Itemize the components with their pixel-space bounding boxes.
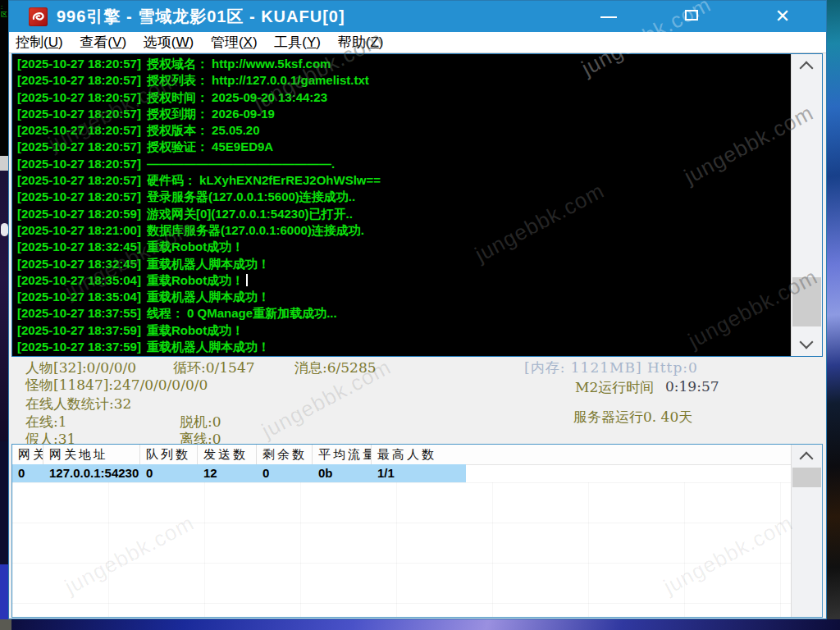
minimize-button[interactable]	[595, 1, 623, 32]
online-count: 在线:1	[25, 413, 67, 431]
menu-item[interactable]: 选项W	[144, 32, 194, 52]
offline-hang-count: 脱机:0	[180, 413, 221, 431]
menu-bar: 控制U 查看V 选项W 管理X 工具Y 帮助Z	[9, 32, 826, 53]
log-scrollbar-thumb[interactable]	[792, 277, 821, 326]
desktop-bottom-edge	[0, 619, 840, 630]
table-cell: 12	[198, 464, 257, 482]
table-cell: 0	[140, 464, 198, 482]
menu-item[interactable]: 帮助Z	[338, 32, 384, 52]
log-line: [2025-10-27 18:37:59]重载Robot成功！	[17, 322, 792, 339]
table-cell: 127.0.0.1:54230	[43, 464, 140, 482]
log-line: [2025-10-27 18:35:04]重载机器人脚本成功！	[17, 289, 792, 305]
log-scrollbar[interactable]	[791, 54, 822, 356]
log-line: [2025-10-27 18:20:57]登录服务器(127.0.0.1:560…	[17, 189, 792, 205]
log-line: [2025-10-27 18:20:57]———————————————.	[17, 156, 792, 172]
desktop-left-edge: :区	[0, 0, 8, 619]
table-cell: 0	[257, 464, 313, 482]
server-console-window: 996引擎 - 雪域龙影01区 - KUAFU[0] ✕ 控制U 查看V 选项W…	[8, 0, 827, 619]
m2-runtime-label: M2运行时间	[575, 378, 654, 397]
log-console-panel: [2025-10-27 18:20:57]授权域名： http://www.5k…	[11, 53, 823, 357]
table-scrollbar[interactable]	[791, 445, 822, 617]
table-grid	[12, 482, 792, 617]
maximize-button[interactable]	[678, 1, 706, 32]
log-line: [2025-10-27 18:20:57]授权到期： 2026-09-19	[17, 106, 792, 122]
column-header[interactable]: 平均流量	[313, 445, 372, 464]
log-line: [2025-10-27 18:20:57]授权域名： http://www.5k…	[17, 56, 792, 72]
scroll-down-icon[interactable]	[801, 339, 810, 348]
table-cell: 0b	[313, 464, 372, 482]
log-line: [2025-10-27 18:20:57]授权时间： 2025-09-20 13…	[17, 89, 792, 106]
log-line: [2025-10-27 18:35:04]重载Robot成功！	[17, 272, 792, 289]
window-title: 996引擎 - 雪域龙影01区 - KUAFU[0]	[57, 6, 345, 28]
column-header[interactable]: 网关	[12, 445, 43, 464]
gateway-table-panel: 网关 网关地址 队列数 发送数 剩余数 平均流量 最高人数 0 127.0.0.…	[11, 444, 823, 618]
status-messages: 消息:6/5285	[294, 358, 377, 377]
gateway-table-header: 网关 网关地址 队列数 发送数 剩余数 平均流量 最高人数	[12, 445, 792, 465]
log-line: [2025-10-27 18:32:45]重载Robot成功！	[17, 239, 792, 255]
status-panel: 人物[32]:0/0/0/0 循环:0/1547 消息:6/5285 [内存: …	[9, 357, 826, 444]
m2-runtime-value: 0:19:57	[665, 378, 719, 395]
gateway-table-row[interactable]: 0 127.0.0.1:54230 0 12 0 0b 1/1	[12, 464, 466, 482]
text-caret	[246, 274, 248, 286]
menu-item[interactable]: 查看V	[80, 32, 126, 52]
taskbar-chip	[0, 619, 11, 630]
title-bar[interactable]: 996引擎 - 雪域龙影01区 - KUAFU[0] ✕	[9, 1, 826, 32]
scroll-up-icon[interactable]	[801, 61, 810, 70]
log-line: [2025-10-27 18:21:00]数据库服务器(127.0.0.1:60…	[17, 222, 792, 239]
server-uptime: 服务器运行0. 40天	[573, 408, 692, 427]
table-cell: 0	[12, 464, 43, 482]
menu-item[interactable]: 工具Y	[274, 32, 321, 52]
status-loop: 循环:0/1547	[173, 358, 255, 377]
status-memory-http: [内存: 1121MB] Http:0	[524, 358, 698, 377]
close-button[interactable]: ✕	[769, 1, 797, 32]
log-output[interactable]: [2025-10-27 18:20:57]授权域名： http://www.5k…	[12, 54, 792, 356]
menu-item[interactable]: 管理X	[211, 32, 258, 52]
log-line: [2025-10-27 18:32:45]重载机器人脚本成功！	[17, 256, 792, 272]
column-header[interactable]: 最高人数	[372, 445, 466, 464]
column-header[interactable]: 剩余数	[257, 445, 313, 464]
log-line: [2025-10-27 18:20:57]硬件码： kLXyhEXN2fErRE…	[17, 172, 792, 189]
menu-item[interactable]: 控制U	[16, 32, 63, 52]
online-total: 在线人数统计:32	[25, 395, 131, 413]
status-players: 人物[32]:0/0/0/0	[25, 358, 136, 377]
status-monsters: 怪物[11847]:247/0/0/0/0/0	[25, 376, 208, 395]
column-header[interactable]: 队列数	[140, 445, 198, 464]
desktop-right-edge	[827, 0, 840, 630]
log-line: [2025-10-27 18:37:55]线程： 0 QManage重新加载成功…	[17, 305, 792, 322]
log-line: [2025-10-27 18:37:59]重载机器人脚本成功！	[17, 339, 792, 355]
app-icon	[29, 7, 48, 26]
log-line: [2025-10-27 18:20:59]游戏网关[0](127.0.0.1:5…	[17, 206, 792, 222]
table-cell: 1/1	[372, 464, 466, 482]
column-header[interactable]: 发送数	[198, 445, 257, 464]
table-scrollbar-thumb[interactable]	[792, 468, 821, 487]
background-console-text: :区	[1, 3, 7, 18]
log-line: [2025-10-27 18:20:57]授权验证： 45E9ED9A	[17, 139, 792, 155]
column-header[interactable]: 网关地址	[43, 445, 140, 464]
log-line: [2025-10-27 18:20:57]授权版本： 25.05.20	[17, 122, 792, 139]
scroll-up-icon[interactable]	[801, 451, 810, 460]
log-line: [2025-10-27 18:20:57]授权列表： http://127.0.…	[17, 72, 792, 89]
